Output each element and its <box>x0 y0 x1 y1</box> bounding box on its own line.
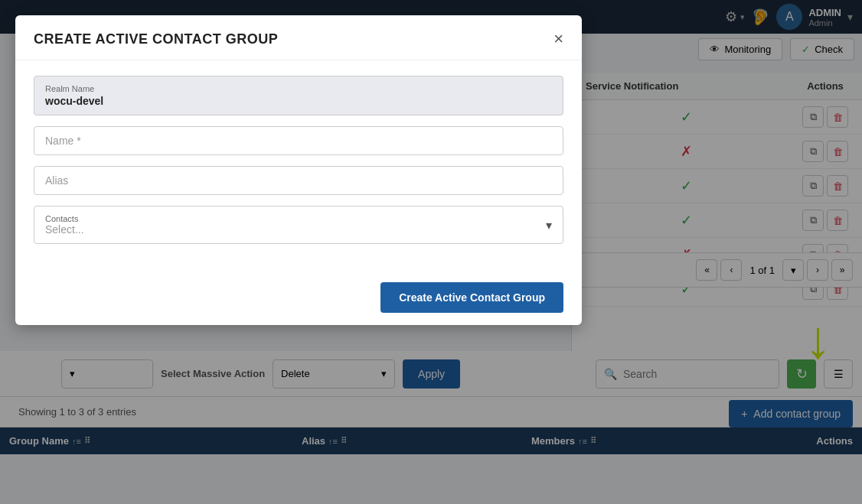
modal-footer: Create Active Contact Group <box>15 270 582 325</box>
modal-title: CREATE ACTIVE CONTACT GROUP <box>34 31 278 47</box>
name-field[interactable]: Name * <box>34 126 563 155</box>
alias-field[interactable]: Alias <box>34 166 563 195</box>
contacts-field-labels: Contacts Select... <box>45 214 84 236</box>
contacts-dropdown[interactable]: Contacts Select... ▾ <box>34 206 563 244</box>
modal-close-button[interactable]: × <box>553 31 563 47</box>
create-contact-group-modal: CREATE ACTIVE CONTACT GROUP × Realm Name… <box>15 15 582 325</box>
realm-label: Realm Name <box>45 84 552 93</box>
modal-header: CREATE ACTIVE CONTACT GROUP × <box>15 15 582 60</box>
realm-value: wocu-devel <box>45 95 552 107</box>
realm-field: Realm Name wocu-devel <box>34 76 563 115</box>
modal-body: Realm Name wocu-devel Name * Alias Conta… <box>15 60 582 270</box>
name-placeholder: Name * <box>45 135 81 147</box>
create-active-contact-group-button[interactable]: Create Active Contact Group <box>380 282 563 313</box>
contacts-select-value: Select... <box>45 223 84 236</box>
contacts-label: Contacts <box>45 214 84 223</box>
contacts-chevron-icon: ▾ <box>546 218 552 232</box>
alias-placeholder: Alias <box>45 174 68 187</box>
